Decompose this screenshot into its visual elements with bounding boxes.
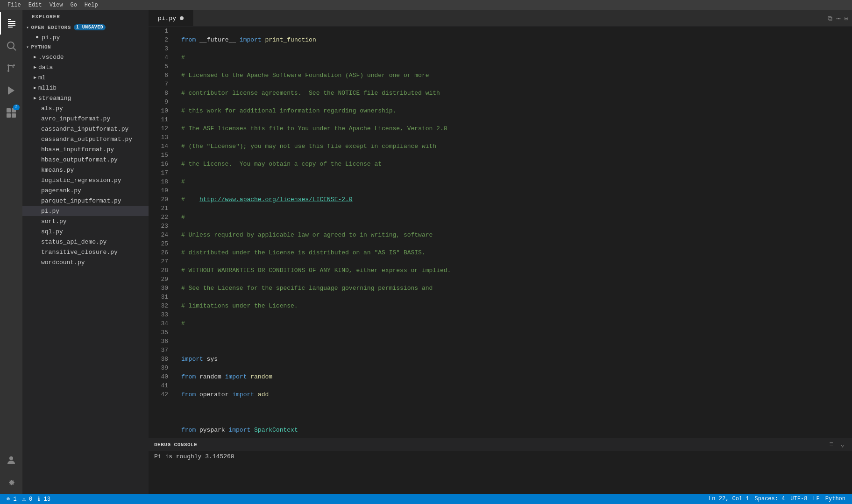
folder-vscode[interactable]: ▶ .vscode bbox=[22, 52, 149, 62]
svg-point-7 bbox=[7, 64, 9, 66]
folder-mllib[interactable]: ▶ mllib bbox=[22, 83, 149, 93]
svg-rect-4 bbox=[8, 27, 13, 28]
collapse-icon[interactable]: ⊟ bbox=[845, 14, 848, 22]
file-avro-label: avro_inputformat.py bbox=[41, 115, 110, 122]
debug-console-content: Pi is roughly 3.145260 bbox=[149, 451, 852, 494]
svg-rect-11 bbox=[7, 108, 11, 112]
run-icon[interactable] bbox=[0, 79, 22, 102]
status-info[interactable]: ℹ 13 bbox=[35, 494, 53, 504]
file-logistic-py[interactable]: logistic_regression.py bbox=[22, 175, 149, 185]
status-bar: ⊗ 1 ⚠ 0 ℹ 13 Ln 22, Col 1 Spaces: 4 UTF-… bbox=[0, 494, 852, 504]
svg-rect-1 bbox=[8, 21, 15, 22]
svg-point-15 bbox=[9, 456, 13, 460]
status-line-ending-label: LF bbox=[813, 496, 819, 502]
status-info-label: ℹ 13 bbox=[38, 496, 50, 503]
console-format-icon[interactable]: ≡ bbox=[827, 440, 835, 449]
open-editors-chevron: ▾ bbox=[26, 25, 29, 30]
line-numbers: 12345 678910 1112131415 1617181920 21222… bbox=[149, 27, 172, 438]
search-icon[interactable] bbox=[0, 35, 22, 57]
sidebar-title: Explorer bbox=[22, 10, 149, 22]
editor-content[interactable]: 12345 678910 1112131415 1617181920 21222… bbox=[149, 27, 852, 494]
status-errors-label: ⊗ 1 bbox=[7, 496, 17, 503]
file-hbase-out-py[interactable]: hbase_outputformat.py bbox=[22, 154, 149, 165]
file-transitive-py[interactable]: transitive_closure.py bbox=[22, 247, 149, 257]
file-icon: ● bbox=[36, 34, 39, 41]
file-cassandra-out-py[interactable]: cassandra_outputformat.py bbox=[22, 134, 149, 144]
explorer-icon[interactable] bbox=[0, 12, 22, 35]
split-editor-icon[interactable]: ⧉ bbox=[828, 15, 832, 22]
file-als-py[interactable]: als.py bbox=[22, 103, 149, 113]
file-cassandra-in-py[interactable]: cassandra_inputformat.py bbox=[22, 124, 149, 134]
svg-point-8 bbox=[7, 70, 9, 72]
menu-edit[interactable]: Edit bbox=[25, 1, 46, 9]
file-wordcount-py[interactable]: wordcount.py bbox=[22, 257, 149, 267]
file-kmeans-py[interactable]: kmeans.py bbox=[22, 165, 149, 175]
status-warnings[interactable]: ⚠ 0 bbox=[20, 494, 36, 504]
file-status-api-py[interactable]: status_api_demo.py bbox=[22, 237, 149, 247]
more-actions-icon[interactable]: ⋯ bbox=[836, 14, 841, 23]
menu-help[interactable]: Help bbox=[81, 1, 102, 9]
folder-ml[interactable]: ▶ ml bbox=[22, 72, 149, 83]
file-sort-label: sort.py bbox=[41, 218, 67, 225]
account-icon[interactable] bbox=[0, 449, 22, 471]
menu-view[interactable]: View bbox=[46, 1, 67, 9]
folder-ml-chevron: ▶ bbox=[34, 75, 36, 80]
file-sql-label: sql.py bbox=[41, 228, 63, 235]
svg-rect-0 bbox=[8, 19, 11, 20]
folder-data-label: data bbox=[38, 64, 53, 71]
svg-point-9 bbox=[13, 64, 15, 66]
file-parquet-py[interactable]: parquet_inputformat.py bbox=[22, 196, 149, 206]
file-wordcount-label: wordcount.py bbox=[41, 259, 85, 266]
menu-go[interactable]: Go bbox=[66, 1, 80, 9]
python-label: Python bbox=[31, 44, 51, 50]
file-avro-py[interactable]: avro_inputformat.py bbox=[22, 113, 149, 124]
python-chevron: ▾ bbox=[26, 44, 29, 50]
status-encoding[interactable]: UTF-8 bbox=[788, 494, 810, 504]
file-sort-py[interactable]: sort.py bbox=[22, 216, 149, 226]
svg-marker-10 bbox=[8, 86, 14, 95]
status-errors[interactable]: ⊗ 1 bbox=[4, 494, 20, 504]
svg-line-6 bbox=[14, 48, 16, 51]
python-section-header[interactable]: ▾ Python bbox=[22, 42, 149, 52]
open-editors-header[interactable]: ▾ Open Editors 1 Unsaved bbox=[22, 22, 149, 32]
file-sql-py[interactable]: sql.py bbox=[22, 226, 149, 237]
status-line-ending[interactable]: LF bbox=[810, 494, 822, 504]
svg-rect-13 bbox=[7, 113, 11, 118]
file-status-api-label: status_api_demo.py bbox=[41, 238, 106, 245]
settings-icon[interactable] bbox=[0, 471, 22, 494]
status-spaces[interactable]: Spaces: 4 bbox=[752, 494, 788, 504]
open-editor-filename: pi.py bbox=[42, 34, 60, 41]
folder-vscode-label: .vscode bbox=[38, 54, 64, 61]
editor-tab-pi-py[interactable]: pi.py bbox=[149, 10, 193, 26]
file-pagerank-label: pagerank.py bbox=[41, 187, 81, 194]
file-hbase-in-py[interactable]: hbase_inputformat.py bbox=[22, 144, 149, 154]
status-language[interactable]: Python bbox=[823, 494, 848, 504]
file-parquet-label: parquet_inputformat.py bbox=[41, 197, 121, 204]
file-cassandra-out-label: cassandra_outputformat.py bbox=[41, 136, 132, 143]
folder-mllib-label: mllib bbox=[38, 84, 57, 91]
svg-rect-3 bbox=[8, 25, 15, 26]
console-expand-icon[interactable]: ⌄ bbox=[839, 440, 846, 449]
folder-vscode-chevron: ▶ bbox=[34, 54, 36, 60]
file-als-label: als.py bbox=[41, 105, 63, 112]
code-lines[interactable]: from __future__ import print_function # … bbox=[172, 27, 852, 438]
folder-data[interactable]: ▶ data bbox=[22, 62, 149, 72]
editor-area: pi.py ⧉ ⋯ ⊟ 12345 678910 1112131415 1617… bbox=[149, 10, 852, 494]
open-editor-pi-py[interactable]: ● pi.py bbox=[22, 32, 149, 42]
menu-file[interactable]: File bbox=[4, 1, 25, 9]
svg-rect-14 bbox=[12, 113, 16, 118]
source-control-icon[interactable] bbox=[0, 57, 22, 79]
extensions-icon[interactable]: 2 bbox=[0, 102, 22, 124]
status-line-col[interactable]: Ln 22, Col 1 bbox=[706, 494, 752, 504]
file-kmeans-label: kmeans.py bbox=[41, 167, 74, 174]
status-warnings-label: ⚠ 0 bbox=[22, 496, 33, 503]
debug-console-output: Pi is roughly 3.145260 bbox=[154, 453, 234, 460]
menubar: File Edit View Go Help bbox=[0, 0, 852, 10]
file-pagerank-py[interactable]: pagerank.py bbox=[22, 185, 149, 196]
folder-streaming[interactable]: ▶ streaming bbox=[22, 93, 149, 103]
activity-bar: 2 bbox=[0, 10, 22, 494]
svg-rect-2 bbox=[8, 23, 15, 24]
tab-filename: pi.py bbox=[158, 15, 176, 22]
folder-streaming-label: streaming bbox=[38, 95, 71, 102]
file-pi-py[interactable]: pi.py bbox=[22, 206, 149, 216]
